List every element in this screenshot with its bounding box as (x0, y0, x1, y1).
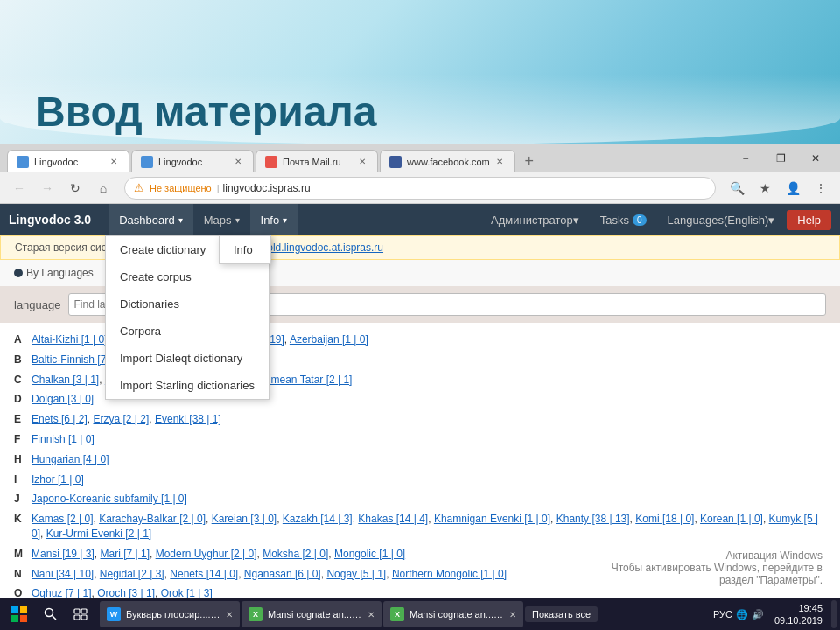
enets-link[interactable]: Enets [6 | 2] (32, 413, 88, 425)
tab-close-4[interactable]: ✕ (494, 156, 506, 168)
browser-tab-4[interactable]: www.facebook.com ✕ (380, 150, 515, 172)
menu-import-dialeqt[interactable]: Import Dialeqt dictionary (106, 345, 269, 372)
dict-letter-i: I (14, 472, 26, 487)
korean-link[interactable]: Korean [1 | 0] (700, 513, 763, 525)
izhor-link[interactable]: Izhor [1 | 0] (32, 473, 84, 486)
taskbar-app-2-label: Mansi cognate an....xlsx (268, 609, 362, 620)
by-languages-label: By Languages (26, 267, 94, 279)
help-button[interactable]: Help (787, 210, 831, 230)
menu-dictionaries[interactable]: Dictionaries (106, 290, 269, 318)
view-tab-by-languages[interactable]: By Languages (14, 267, 94, 279)
dict-letter-m: M (14, 547, 26, 562)
show-all-button[interactable]: Показать все (525, 606, 598, 622)
taskbar-app-3-close[interactable]: ✕ (509, 610, 516, 620)
app-navbar: Lingvodoc 3.0 Dashboard ▾ Maps ▾ Info ▾ … (0, 204, 840, 235)
nogay-link[interactable]: Nogay [5 | 1] (326, 568, 386, 580)
chalkan-link[interactable]: Chalkan [3 | 1] (32, 374, 99, 386)
taskbar-app-2[interactable]: X Mansi cognate an....xlsx ✕ (242, 601, 382, 627)
khamnigan-link[interactable]: Khamnigan Evenki [1 | 0] (434, 513, 550, 525)
svg-rect-0 (11, 606, 18, 613)
northern-mongolic-link[interactable]: Northern Mongolic [1 | 0] (392, 568, 507, 580)
menu-button[interactable]: ⋮ (808, 176, 833, 200)
network-icon[interactable]: 🌐 (736, 609, 748, 620)
erzya-link[interactable]: Erzya [2 | 2] (94, 413, 150, 425)
taskbar-app-3-icon: X (390, 607, 404, 621)
taskbar-app-1[interactable]: W Букварь глоосир....docx ✕ (100, 601, 240, 627)
start-button[interactable] (4, 600, 35, 628)
taskbar-search-button[interactable] (37, 600, 65, 628)
nav-dashboard-caret: ▾ (178, 215, 183, 225)
kamas-link[interactable]: Kamas [2 | 0] (32, 513, 93, 525)
info-dropdown-item[interactable]: Info (220, 236, 270, 263)
search-bookmarks-button[interactable]: 🔍 (724, 176, 749, 200)
volume-icon[interactable]: 🔊 (752, 609, 764, 620)
azerbaijan-link[interactable]: Azerbaijan [1 | 0] (290, 333, 368, 346)
nav-maps[interactable]: Maps ▾ (193, 204, 250, 235)
show-desktop-button[interactable] (831, 600, 836, 628)
japono-koreanic-link[interactable]: Japono-Koreanic subfamily [1 | 0] (32, 493, 187, 505)
dict-letter-d: D (14, 392, 26, 407)
taskbar-app-2-close[interactable]: ✕ (368, 610, 374, 620)
dolgan-link[interactable]: Dolgan [3 | 0] (32, 393, 94, 405)
menu-import-starling[interactable]: Import Starling dictionaries (106, 372, 269, 399)
nav-dashboard-label: Dashboard (119, 214, 175, 227)
taskbar-apps: W Букварь глоосир....docx ✕ X Mansi cogn… (96, 601, 708, 627)
nav-info-label: Info (261, 214, 280, 227)
mongolic-link[interactable]: Mongolic [1 | 0] (334, 548, 405, 560)
kazakh-link[interactable]: Kazakh [14 | 3] (283, 513, 353, 525)
dict-entries-n: Nani [34 | 10], Negidal [2 | 3], Nenets … (32, 567, 507, 582)
menu-create-corpus[interactable]: Create corpus (106, 263, 269, 290)
nganasan-link[interactable]: Nganasan [6 | 0] (244, 568, 321, 580)
karachay-link[interactable]: Karachay-Balkar [2 | 0] (99, 513, 206, 525)
nenets-link[interactable]: Nenets [14 | 0] (170, 568, 238, 580)
dict-row-m: M Mansi [19 | 3], Mari [7 | 1], Modern U… (0, 544, 840, 564)
finnish-link[interactable]: Finnish [1 | 0] (32, 433, 94, 445)
mari-link[interactable]: Mari [7 | 1] (101, 548, 150, 560)
menu-corpora[interactable]: Corpora (106, 318, 269, 345)
nav-right-group: Администратор ▾ Tasks 0 Languages(Englis… (482, 204, 831, 235)
nav-admin-caret: ▾ (573, 214, 579, 227)
evenki-link[interactable]: Evenki [38 | 1] (155, 413, 221, 425)
nav-tasks[interactable]: Tasks 0 (592, 204, 655, 235)
negidal-link[interactable]: Negidal [2 | 3] (100, 568, 164, 580)
modern-uyghur-link[interactable]: Modern Uyghur [2 | 0] (156, 548, 257, 560)
tab-close-2[interactable]: ✕ (232, 156, 244, 168)
tab-close-1[interactable]: ✕ (108, 156, 120, 168)
taskbar-app-1-close[interactable]: ✕ (226, 610, 233, 620)
tab-close-3[interactable]: ✕ (356, 156, 368, 168)
new-tab-button[interactable]: + (517, 150, 542, 172)
forward-button[interactable]: → (35, 176, 60, 200)
khanty-link[interactable]: Khanty [38 | 13] (556, 513, 630, 525)
browser-tab-1[interactable]: Lingvodoc ✕ (7, 150, 130, 172)
back-button[interactable]: ← (7, 176, 32, 200)
taskbar-lang[interactable]: РУС (713, 609, 732, 620)
mansi-link[interactable]: Mansi [19 | 3] (32, 548, 94, 560)
account-button[interactable]: 👤 (780, 176, 805, 200)
system-tray: РУС 🌐 🔊 (710, 609, 767, 620)
win-close-button[interactable]: ✕ (798, 144, 833, 172)
win-minimize-button[interactable]: − (728, 144, 763, 172)
kur-urmi-link[interactable]: Kur-Urmi Evenki [2 | 1] (46, 528, 151, 540)
crimean-tatar-link[interactable]: Crimean Tatar [2 | 1] (257, 374, 352, 386)
nav-dashboard[interactable]: Dashboard ▾ (108, 204, 193, 235)
refresh-button[interactable]: ↻ (63, 176, 88, 200)
moksha-link[interactable]: Moksha [2 | 0] (262, 548, 328, 560)
browser-tab-2[interactable]: Lingvodoc ✕ (131, 150, 254, 172)
browser-tab-3[interactable]: Почта Mail.ru ✕ (256, 150, 378, 172)
hungarian-link[interactable]: Hungarian [4 | 0] (32, 453, 109, 466)
nav-info[interactable]: Info ▾ (250, 204, 298, 235)
khakas-link[interactable]: Khakas [14 | 4] (358, 513, 428, 525)
taskbar-taskview-button[interactable] (66, 600, 94, 628)
taskbar-app-3[interactable]: X Mansi cognate an....xlsx ✕ (383, 601, 523, 627)
altai-kizhi-link[interactable]: Altai-Kizhi [1 | 0] (32, 333, 107, 346)
nani-link[interactable]: Nani [34 | 10] (32, 568, 94, 580)
nav-admin[interactable]: Администратор ▾ (482, 204, 588, 235)
dict-row-j: J Japono-Koreanic subfamily [1 | 0] (0, 489, 840, 509)
win-restore-button[interactable]: ❐ (763, 144, 798, 172)
komi-link[interactable]: Komi [18 | 0] (635, 513, 694, 525)
bookmark-button[interactable]: ★ (752, 176, 777, 200)
nav-languages[interactable]: Languages(English) ▾ (659, 204, 784, 235)
kareian-link[interactable]: Kareian [3 | 0] (212, 513, 277, 525)
home-button[interactable]: ⌂ (91, 176, 116, 200)
address-bar[interactable]: ⚠ Не защищено | lingvodoc.ispras.ru (124, 177, 716, 200)
